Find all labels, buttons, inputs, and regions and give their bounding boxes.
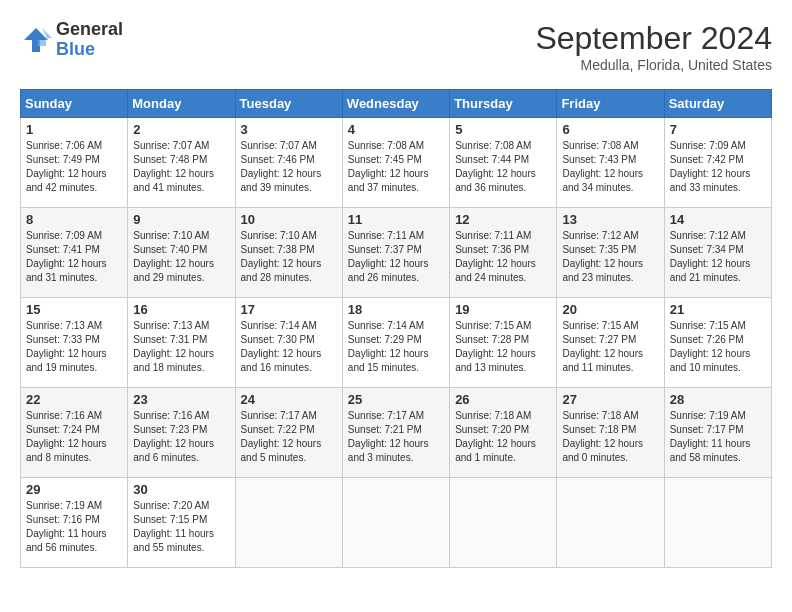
- calendar-cell: 13Sunrise: 7:12 AMSunset: 7:35 PMDayligh…: [557, 208, 664, 298]
- day-number: 11: [348, 212, 444, 227]
- day-number: 24: [241, 392, 337, 407]
- calendar-cell: 17Sunrise: 7:14 AMSunset: 7:30 PMDayligh…: [235, 298, 342, 388]
- cell-info: Sunrise: 7:09 AMSunset: 7:41 PMDaylight:…: [26, 229, 122, 285]
- cell-info: Sunrise: 7:18 AMSunset: 7:18 PMDaylight:…: [562, 409, 658, 465]
- cell-info: Sunrise: 7:10 AMSunset: 7:38 PMDaylight:…: [241, 229, 337, 285]
- calendar-cell: 12Sunrise: 7:11 AMSunset: 7:36 PMDayligh…: [450, 208, 557, 298]
- logo-icon: [20, 26, 52, 54]
- header-thursday: Thursday: [450, 90, 557, 118]
- day-number: 28: [670, 392, 766, 407]
- calendar-cell: [664, 478, 771, 568]
- day-number: 20: [562, 302, 658, 317]
- cell-info: Sunrise: 7:20 AMSunset: 7:15 PMDaylight:…: [133, 499, 229, 555]
- title-area: September 2024 Medulla, Florida, United …: [535, 20, 772, 73]
- day-number: 6: [562, 122, 658, 137]
- header-saturday: Saturday: [664, 90, 771, 118]
- day-number: 1: [26, 122, 122, 137]
- day-number: 10: [241, 212, 337, 227]
- day-number: 29: [26, 482, 122, 497]
- calendar-week-row: 22Sunrise: 7:16 AMSunset: 7:24 PMDayligh…: [21, 388, 772, 478]
- cell-info: Sunrise: 7:15 AMSunset: 7:27 PMDaylight:…: [562, 319, 658, 375]
- cell-info: Sunrise: 7:13 AMSunset: 7:31 PMDaylight:…: [133, 319, 229, 375]
- day-number: 9: [133, 212, 229, 227]
- day-number: 18: [348, 302, 444, 317]
- calendar-cell: 27Sunrise: 7:18 AMSunset: 7:18 PMDayligh…: [557, 388, 664, 478]
- cell-info: Sunrise: 7:16 AMSunset: 7:24 PMDaylight:…: [26, 409, 122, 465]
- header-friday: Friday: [557, 90, 664, 118]
- day-number: 14: [670, 212, 766, 227]
- calendar-cell: 29Sunrise: 7:19 AMSunset: 7:16 PMDayligh…: [21, 478, 128, 568]
- cell-info: Sunrise: 7:17 AMSunset: 7:21 PMDaylight:…: [348, 409, 444, 465]
- cell-info: Sunrise: 7:08 AMSunset: 7:44 PMDaylight:…: [455, 139, 551, 195]
- calendar-cell: 21Sunrise: 7:15 AMSunset: 7:26 PMDayligh…: [664, 298, 771, 388]
- day-number: 25: [348, 392, 444, 407]
- cell-info: Sunrise: 7:07 AMSunset: 7:48 PMDaylight:…: [133, 139, 229, 195]
- day-number: 8: [26, 212, 122, 227]
- day-number: 13: [562, 212, 658, 227]
- calendar-cell: 7Sunrise: 7:09 AMSunset: 7:42 PMDaylight…: [664, 118, 771, 208]
- day-number: 22: [26, 392, 122, 407]
- calendar-cell: 6Sunrise: 7:08 AMSunset: 7:43 PMDaylight…: [557, 118, 664, 208]
- calendar-cell: 24Sunrise: 7:17 AMSunset: 7:22 PMDayligh…: [235, 388, 342, 478]
- day-number: 16: [133, 302, 229, 317]
- calendar-cell: 30Sunrise: 7:20 AMSunset: 7:15 PMDayligh…: [128, 478, 235, 568]
- location: Medulla, Florida, United States: [535, 57, 772, 73]
- day-number: 15: [26, 302, 122, 317]
- calendar-cell: 4Sunrise: 7:08 AMSunset: 7:45 PMDaylight…: [342, 118, 449, 208]
- cell-info: Sunrise: 7:07 AMSunset: 7:46 PMDaylight:…: [241, 139, 337, 195]
- cell-info: Sunrise: 7:13 AMSunset: 7:33 PMDaylight:…: [26, 319, 122, 375]
- calendar-cell: 11Sunrise: 7:11 AMSunset: 7:37 PMDayligh…: [342, 208, 449, 298]
- header-tuesday: Tuesday: [235, 90, 342, 118]
- cell-info: Sunrise: 7:15 AMSunset: 7:26 PMDaylight:…: [670, 319, 766, 375]
- header-sunday: Sunday: [21, 90, 128, 118]
- logo-text: General Blue: [56, 20, 123, 60]
- cell-info: Sunrise: 7:09 AMSunset: 7:42 PMDaylight:…: [670, 139, 766, 195]
- calendar-week-row: 15Sunrise: 7:13 AMSunset: 7:33 PMDayligh…: [21, 298, 772, 388]
- calendar-cell: 10Sunrise: 7:10 AMSunset: 7:38 PMDayligh…: [235, 208, 342, 298]
- day-number: 26: [455, 392, 551, 407]
- calendar-table: SundayMondayTuesdayWednesdayThursdayFrid…: [20, 89, 772, 568]
- day-number: 2: [133, 122, 229, 137]
- cell-info: Sunrise: 7:15 AMSunset: 7:28 PMDaylight:…: [455, 319, 551, 375]
- calendar-cell: 19Sunrise: 7:15 AMSunset: 7:28 PMDayligh…: [450, 298, 557, 388]
- day-number: 12: [455, 212, 551, 227]
- calendar-cell: 20Sunrise: 7:15 AMSunset: 7:27 PMDayligh…: [557, 298, 664, 388]
- calendar-week-row: 1Sunrise: 7:06 AMSunset: 7:49 PMDaylight…: [21, 118, 772, 208]
- cell-info: Sunrise: 7:14 AMSunset: 7:29 PMDaylight:…: [348, 319, 444, 375]
- day-number: 27: [562, 392, 658, 407]
- cell-info: Sunrise: 7:12 AMSunset: 7:35 PMDaylight:…: [562, 229, 658, 285]
- day-number: 5: [455, 122, 551, 137]
- day-number: 3: [241, 122, 337, 137]
- calendar-header-row: SundayMondayTuesdayWednesdayThursdayFrid…: [21, 90, 772, 118]
- calendar-cell: 8Sunrise: 7:09 AMSunset: 7:41 PMDaylight…: [21, 208, 128, 298]
- cell-info: Sunrise: 7:10 AMSunset: 7:40 PMDaylight:…: [133, 229, 229, 285]
- calendar-cell: [557, 478, 664, 568]
- calendar-cell: [342, 478, 449, 568]
- calendar-week-row: 8Sunrise: 7:09 AMSunset: 7:41 PMDaylight…: [21, 208, 772, 298]
- cell-info: Sunrise: 7:18 AMSunset: 7:20 PMDaylight:…: [455, 409, 551, 465]
- calendar-week-row: 29Sunrise: 7:19 AMSunset: 7:16 PMDayligh…: [21, 478, 772, 568]
- calendar-cell: 14Sunrise: 7:12 AMSunset: 7:34 PMDayligh…: [664, 208, 771, 298]
- day-number: 7: [670, 122, 766, 137]
- cell-info: Sunrise: 7:06 AMSunset: 7:49 PMDaylight:…: [26, 139, 122, 195]
- calendar-cell: 5Sunrise: 7:08 AMSunset: 7:44 PMDaylight…: [450, 118, 557, 208]
- header-wednesday: Wednesday: [342, 90, 449, 118]
- cell-info: Sunrise: 7:08 AMSunset: 7:45 PMDaylight:…: [348, 139, 444, 195]
- calendar-cell: 16Sunrise: 7:13 AMSunset: 7:31 PMDayligh…: [128, 298, 235, 388]
- day-number: 17: [241, 302, 337, 317]
- cell-info: Sunrise: 7:11 AMSunset: 7:37 PMDaylight:…: [348, 229, 444, 285]
- calendar-cell: 22Sunrise: 7:16 AMSunset: 7:24 PMDayligh…: [21, 388, 128, 478]
- day-number: 23: [133, 392, 229, 407]
- cell-info: Sunrise: 7:17 AMSunset: 7:22 PMDaylight:…: [241, 409, 337, 465]
- calendar-cell: 1Sunrise: 7:06 AMSunset: 7:49 PMDaylight…: [21, 118, 128, 208]
- calendar-cell: 25Sunrise: 7:17 AMSunset: 7:21 PMDayligh…: [342, 388, 449, 478]
- day-number: 21: [670, 302, 766, 317]
- logo: General Blue: [20, 20, 123, 60]
- calendar-cell: 2Sunrise: 7:07 AMSunset: 7:48 PMDaylight…: [128, 118, 235, 208]
- calendar-cell: 23Sunrise: 7:16 AMSunset: 7:23 PMDayligh…: [128, 388, 235, 478]
- calendar-cell: [450, 478, 557, 568]
- cell-info: Sunrise: 7:19 AMSunset: 7:16 PMDaylight:…: [26, 499, 122, 555]
- calendar-cell: 26Sunrise: 7:18 AMSunset: 7:20 PMDayligh…: [450, 388, 557, 478]
- logo-blue: Blue: [56, 40, 123, 60]
- cell-info: Sunrise: 7:11 AMSunset: 7:36 PMDaylight:…: [455, 229, 551, 285]
